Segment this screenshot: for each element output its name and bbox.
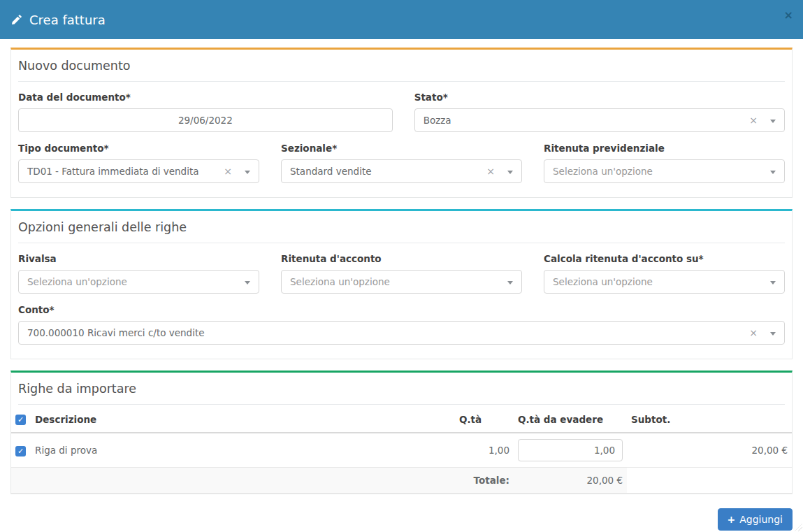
chevron-down-icon bbox=[245, 281, 250, 285]
totale-row: Totale: 20,00 € bbox=[11, 468, 792, 494]
stato-select-value: Bozza bbox=[424, 115, 744, 126]
ritenuta-acconto-label: Ritenuta d'acconto bbox=[281, 253, 522, 264]
clear-icon[interactable]: × bbox=[224, 166, 232, 176]
footer-actions: + Aggiungi bbox=[10, 508, 793, 531]
plus-icon: + bbox=[728, 514, 736, 525]
modal-title: Crea fattura bbox=[11, 13, 106, 27]
stato-select[interactable]: Bozza × bbox=[414, 108, 785, 132]
rivalsa-select[interactable]: Seleziona un'opzione bbox=[18, 270, 259, 294]
ritenuta-acconto-placeholder: Seleziona un'opzione bbox=[290, 276, 507, 287]
ritenuta-previdenziale-label: Ritenuta previdenziale bbox=[544, 143, 785, 154]
chevron-down-icon bbox=[770, 332, 776, 336]
chevron-down-icon bbox=[770, 171, 776, 174]
chevron-down-icon bbox=[507, 281, 513, 285]
table-row: ✓ Riga di prova 1,00 20,00 € bbox=[11, 433, 792, 468]
modal-body: Nuovo documento Data del documento* Stat… bbox=[0, 39, 803, 531]
modal-header: Crea fattura × bbox=[0, 0, 803, 39]
clear-icon[interactable]: × bbox=[486, 166, 495, 176]
aggiungi-button[interactable]: + Aggiungi bbox=[718, 508, 793, 531]
section-opzioni-generali: Opzioni generali delle righe Rivalsa Sel… bbox=[10, 209, 793, 359]
conto-select-value: 700.000010 Ricavi merci c/to vendite bbox=[27, 327, 744, 338]
chevron-down-icon bbox=[507, 171, 513, 174]
tipo-documento-select[interactable]: TD01 - Fattura immediata di vendita × bbox=[18, 159, 259, 183]
close-icon[interactable]: × bbox=[784, 10, 793, 21]
section-title-righe-da-importare: Righe da importare bbox=[18, 373, 785, 405]
section-nuovo-documento: Nuovo documento Data del documento* Stat… bbox=[10, 48, 793, 198]
col-header-descrizione: Descrizione bbox=[31, 406, 455, 433]
pencil-icon bbox=[11, 14, 22, 25]
conto-select[interactable]: 700.000010 Ricavi merci c/to vendite × bbox=[18, 321, 785, 345]
row-checkbox[interactable]: ✓ bbox=[15, 446, 26, 456]
calcola-ritenuta-placeholder: Seleziona un'opzione bbox=[553, 276, 770, 287]
data-documento-input[interactable] bbox=[18, 108, 393, 132]
col-header-qta-da-evadere: Q.tà da evadere bbox=[514, 406, 627, 433]
row-subtot: 20,00 € bbox=[627, 433, 792, 468]
totale-label: Totale: bbox=[455, 468, 514, 494]
section-title-opzioni-generali: Opzioni generali delle righe bbox=[18, 211, 785, 243]
chevron-down-icon bbox=[770, 281, 776, 285]
ritenuta-previdenziale-select[interactable]: Seleziona un'opzione bbox=[544, 159, 785, 183]
modal-title-text: Crea fattura bbox=[29, 13, 106, 27]
row-qta: 1,00 bbox=[455, 433, 514, 468]
clear-icon[interactable]: × bbox=[749, 115, 758, 125]
table-header-row: ✓ Descrizione Q.tà Q.tà da evadere Subto… bbox=[11, 406, 792, 433]
sezionale-select-value: Standard vendite bbox=[290, 166, 481, 177]
data-documento-label: Data del documento* bbox=[18, 92, 393, 103]
col-header-qta: Q.tà bbox=[455, 406, 514, 433]
calcola-ritenuta-select[interactable]: Seleziona un'opzione bbox=[544, 270, 785, 294]
righe-table: ✓ Descrizione Q.tà Q.tà da evadere Subto… bbox=[11, 406, 792, 494]
chevron-down-icon bbox=[770, 120, 776, 123]
ritenuta-previdenziale-placeholder: Seleziona un'opzione bbox=[553, 166, 770, 177]
section-righe-da-importare: Righe da importare ✓ Descrizione Q.tà Q.… bbox=[10, 371, 793, 494]
ritenuta-acconto-select[interactable]: Seleziona un'opzione bbox=[281, 270, 522, 294]
rivalsa-label: Rivalsa bbox=[18, 253, 259, 264]
totale-value: 20,00 € bbox=[514, 468, 627, 494]
col-header-subtot: Subtot. bbox=[627, 406, 792, 433]
chevron-down-icon bbox=[245, 171, 250, 174]
qta-da-evadere-input[interactable] bbox=[518, 439, 623, 461]
conto-label: Conto* bbox=[18, 304, 785, 315]
calcola-ritenuta-label: Calcola ritenuta d'acconto su* bbox=[544, 253, 785, 264]
sezionale-label: Sezionale* bbox=[281, 143, 522, 154]
clear-icon[interactable]: × bbox=[749, 328, 758, 338]
select-all-checkbox[interactable]: ✓ bbox=[15, 415, 26, 425]
section-title-nuovo-documento: Nuovo documento bbox=[18, 50, 785, 82]
tipo-documento-select-value: TD01 - Fattura immediata di vendita bbox=[27, 166, 218, 177]
stato-label: Stato* bbox=[414, 92, 785, 103]
rivalsa-placeholder: Seleziona un'opzione bbox=[27, 276, 245, 287]
aggiungi-button-label: Aggiungi bbox=[739, 514, 783, 525]
row-descrizione: Riga di prova bbox=[31, 433, 455, 468]
sezionale-select[interactable]: Standard vendite × bbox=[281, 159, 522, 183]
tipo-documento-label: Tipo documento* bbox=[18, 143, 259, 154]
